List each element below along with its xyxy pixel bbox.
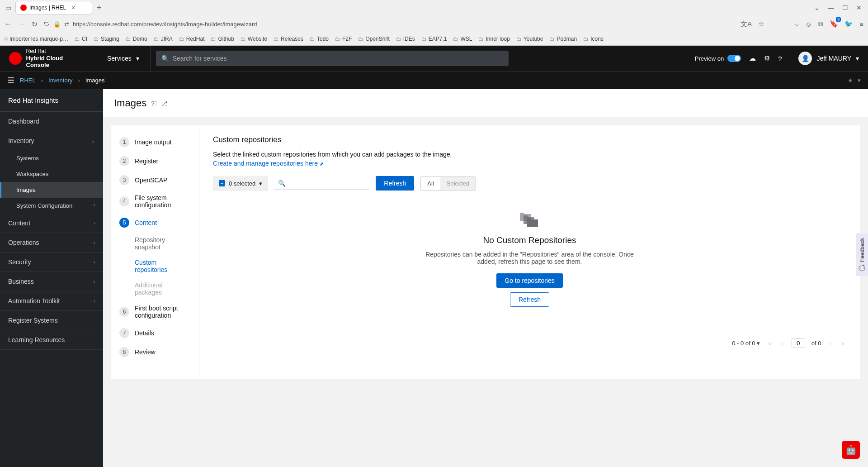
filter-all-button[interactable]: All — [420, 176, 440, 191]
tab-close-icon[interactable]: × — [71, 4, 75, 11]
bookmark-innerloop[interactable]: 🗀Inner loop — [478, 36, 509, 42]
search-input[interactable]: 🔍 — [274, 177, 369, 190]
help-icon[interactable]: ? — [778, 55, 782, 62]
step-content[interactable]: 5Content — [111, 213, 199, 232]
chevron-right-icon: › — [94, 299, 95, 304]
breadcrumb-rhel[interactable]: RHEL — [20, 77, 36, 84]
sidebar-item-security[interactable]: Security› — [0, 253, 103, 272]
lock-icon[interactable]: 🔒 — [53, 21, 61, 28]
bookmark-staging[interactable]: 🗀Staging — [94, 36, 119, 42]
gear-icon[interactable]: ⚙ — [764, 54, 770, 62]
bookmark-youtube[interactable]: 🗀Youtube — [516, 36, 543, 42]
forward-icon: → — [18, 20, 25, 28]
folder-icon: 🗀 — [583, 36, 589, 42]
bookmark-redhat[interactable]: 🗀RedHat — [179, 36, 205, 42]
step-register[interactable]: 2Register — [111, 152, 199, 171]
permissions-icon[interactable]: ⇄ — [64, 21, 69, 28]
bookmark-ides[interactable]: 🗀IDEs — [396, 36, 415, 42]
search-services[interactable]: 🔍 Search for services — [156, 51, 509, 66]
step-review[interactable]: 8Review — [111, 343, 199, 362]
user-menu[interactable]: 👤 Jeff MAURY ▾ — [790, 52, 859, 65]
sidebar-item-inventory[interactable]: Inventory⌄ — [0, 131, 103, 150]
breadcrumb-inventory[interactable]: Inventory — [48, 77, 72, 84]
sidebar-item-register[interactable]: Register Systems — [0, 311, 103, 330]
sidebar-item-learning[interactable]: Learning Resources — [0, 330, 103, 350]
sidebar-item-system-config[interactable]: System Configuration› — [0, 198, 103, 214]
translate-icon[interactable]: 文A — [741, 20, 752, 29]
browser-tab[interactable]: Images | RHEL × — [15, 1, 92, 14]
bookmark-f2f[interactable]: 🗀F2F — [335, 36, 352, 42]
bookmark-wsl[interactable]: 🗀WSL — [453, 36, 472, 42]
toggle-switch-icon[interactable] — [727, 55, 741, 62]
minimize-icon[interactable]: — — [828, 4, 834, 11]
bookmark-jira[interactable]: 🗀JIRA — [154, 36, 173, 42]
bookmark-star-icon[interactable]: ☆ — [758, 20, 764, 28]
sidebar-item-systems[interactable]: Systems — [0, 150, 103, 166]
maximize-icon[interactable]: ☐ — [842, 4, 848, 11]
checkbox-indeterminate-icon[interactable]: − — [219, 180, 225, 186]
sidebar-item-automation[interactable]: Automation Toolkit› — [0, 291, 103, 311]
bookmark-icons[interactable]: 🗀Icons — [583, 36, 604, 42]
step-details[interactable]: 7Details — [111, 324, 199, 343]
hamburger-icon[interactable]: ☰ — [7, 76, 14, 86]
branch-icon[interactable]: ⎇ — [161, 100, 168, 107]
bookmark-demo[interactable]: 🗀Demo — [126, 36, 147, 42]
page-input[interactable] — [792, 338, 805, 348]
chevron-down-icon[interactable]: ⌄ — [814, 4, 820, 11]
chevron-right-icon: › — [94, 221, 95, 226]
bookmark-todo[interactable]: 🗀Todo — [310, 36, 329, 42]
manage-repos-link[interactable]: Create and manage repositories here ⬈ — [213, 160, 324, 167]
preview-toggle[interactable]: Preview on — [695, 55, 741, 62]
refresh-button[interactable]: Refresh — [376, 176, 414, 191]
recent-pages-icon[interactable]: ▭ — [3, 2, 14, 13]
back-icon[interactable]: ← — [5, 20, 12, 28]
reload-icon[interactable]: ↻ — [32, 20, 38, 29]
help-icon[interactable]: ?⃝ — [151, 100, 156, 107]
step-filesystem[interactable]: 4File system configuration — [111, 190, 199, 213]
close-window-icon[interactable]: ✕ — [856, 4, 862, 11]
feedback-tab[interactable]: 💬 Feedback — [856, 234, 868, 276]
bulk-select[interactable]: − 0 selected ▾ — [213, 176, 268, 191]
sidebar-item-content[interactable]: Content› — [0, 214, 103, 233]
substep-additional-packages[interactable]: Additional packages — [111, 277, 199, 300]
bookmark-openshift[interactable]: 🗀OpenShift — [358, 36, 389, 42]
sidebar-item-operations[interactable]: Operations› — [0, 233, 103, 253]
substep-repo-snapshot[interactable]: Repository snapshot — [111, 232, 199, 255]
star-icon[interactable]: ★ — [848, 77, 853, 84]
shield-icon[interactable]: 🛡 — [44, 21, 50, 28]
caret-down-icon[interactable]: ▾ — [858, 77, 861, 84]
bookmark-ci[interactable]: 🗀CI — [75, 36, 87, 42]
bookmark-website[interactable]: 🗀Website — [241, 36, 267, 42]
sidebar-item-workspaces[interactable]: Workspaces — [0, 166, 103, 182]
step-openscap[interactable]: 3OpenSCAP — [111, 171, 199, 190]
extensions-icon[interactable]: ⧉ — [818, 20, 823, 28]
account-icon[interactable]: ☺ — [805, 20, 812, 28]
notif-badge[interactable]: 🔖8 — [830, 20, 838, 28]
folder-icon: 🗀 — [335, 36, 340, 42]
brand[interactable]: Red Hat Hybrid Cloud Console — [0, 48, 96, 69]
pagination-summary[interactable]: 0 - 0 of 0 ▾ — [732, 340, 760, 347]
address-field[interactable]: 🛡 🔒 ⇄ https://console.redhat.com/preview… — [44, 21, 734, 28]
bookmark-podman[interactable]: 🗀Podman — [549, 36, 577, 42]
prev-page-icon: ‹ — [779, 340, 785, 347]
new-tab-icon[interactable]: + — [94, 3, 104, 13]
services-dropdown[interactable]: Services ▾ — [96, 46, 151, 71]
pocket-icon[interactable]: ⌵ — [795, 20, 799, 28]
bookmark-import[interactable]: ⎘Importer les marque-p… — [5, 36, 68, 42]
step-first-boot[interactable]: 6First boot script configuration — [111, 300, 199, 324]
sidebar-item-business[interactable]: Business› — [0, 272, 103, 291]
refresh-empty-button[interactable]: Refresh — [510, 292, 549, 307]
bookmark-releases[interactable]: 🗀Releases — [274, 36, 303, 42]
step-image-output[interactable]: 1Image output — [111, 133, 199, 152]
chat-assistant-button[interactable]: 🤖 — [842, 441, 860, 459]
filter-selected-button[interactable]: Selected — [440, 177, 476, 190]
menu-icon[interactable]: ≡ — [859, 20, 863, 28]
bookmark-eap[interactable]: 🗀EAP7.1 — [421, 36, 447, 42]
bookmark-github[interactable]: 🗀Github — [211, 36, 234, 42]
substep-custom-repos[interactable]: Custom repositories — [111, 255, 199, 277]
sidebar-item-dashboard[interactable]: Dashboard — [0, 112, 103, 131]
sidebar-item-images[interactable]: Images — [0, 182, 103, 198]
twitter-icon[interactable]: 🐦 — [844, 20, 853, 28]
go-to-repos-button[interactable]: Go to repositories — [496, 273, 563, 288]
cloud-icon[interactable]: ☁ — [749, 54, 756, 62]
